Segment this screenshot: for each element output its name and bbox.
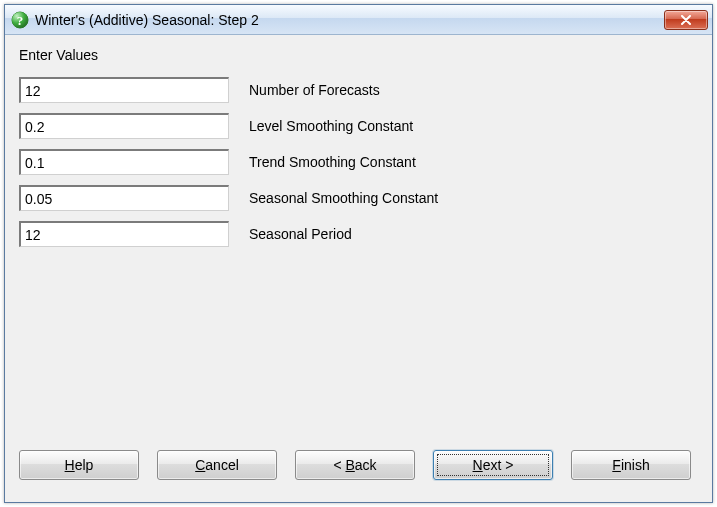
field-row: Level Smoothing Constant (19, 113, 698, 139)
level-smoothing-input[interactable] (19, 113, 229, 139)
dialog-window: ? Winter's (Additive) Seasonal: Step 2 E… (4, 4, 713, 503)
back-button[interactable]: < Back (295, 450, 415, 480)
window-title: Winter's (Additive) Seasonal: Step 2 (35, 12, 658, 28)
help-icon: ? (11, 11, 29, 29)
field-row: Seasonal Smoothing Constant (19, 185, 698, 211)
section-label: Enter Values (19, 47, 698, 63)
close-button[interactable] (664, 10, 708, 30)
help-button[interactable]: Help (19, 450, 139, 480)
dialog-content: Enter Values Number of Forecasts Level S… (5, 35, 712, 442)
seasonal-smoothing-label: Seasonal Smoothing Constant (249, 190, 438, 206)
button-label: < Back (333, 457, 376, 473)
field-row: Trend Smoothing Constant (19, 149, 698, 175)
cancel-button[interactable]: Cancel (157, 450, 277, 480)
button-label: Finish (612, 457, 649, 473)
next-button[interactable]: Next > (433, 450, 553, 480)
level-smoothing-label: Level Smoothing Constant (249, 118, 413, 134)
field-row: Seasonal Period (19, 221, 698, 247)
close-icon (680, 15, 692, 25)
button-label: Cancel (195, 457, 239, 473)
forecasts-label: Number of Forecasts (249, 82, 380, 98)
seasonal-period-input[interactable] (19, 221, 229, 247)
titlebar: ? Winter's (Additive) Seasonal: Step 2 (5, 5, 712, 35)
button-label: Help (65, 457, 94, 473)
svg-text:?: ? (17, 13, 24, 28)
button-label: Next > (473, 457, 514, 473)
finish-button[interactable]: Finish (571, 450, 691, 480)
field-row: Number of Forecasts (19, 77, 698, 103)
seasonal-period-label: Seasonal Period (249, 226, 352, 242)
trend-smoothing-input[interactable] (19, 149, 229, 175)
seasonal-smoothing-input[interactable] (19, 185, 229, 211)
button-bar: Help Cancel < Back Next > Finish (5, 442, 712, 502)
trend-smoothing-label: Trend Smoothing Constant (249, 154, 416, 170)
forecasts-input[interactable] (19, 77, 229, 103)
